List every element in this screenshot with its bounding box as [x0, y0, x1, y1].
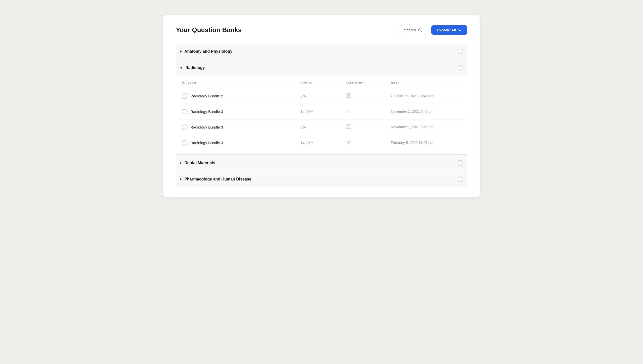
- section-title-pharmacology: Pharmacology and Human Disease: [184, 177, 251, 181]
- chevron-right-icon-pharmacology: [180, 178, 182, 181]
- section-title-row-pharmacology: Pharmacology and Human Disease: [180, 177, 251, 181]
- row-radio-3[interactable]: [182, 125, 187, 130]
- stats-2: [346, 108, 391, 115]
- search-label: Search: [404, 28, 416, 32]
- stats-icon-4: [346, 140, 351, 145]
- quiz-name-3: Radiology Bundle 3: [190, 125, 223, 129]
- table-row[interactable]: Radiology Bundle 3 0% November 1, 2021 8…: [178, 119, 465, 135]
- section-header-anatomy[interactable]: Anatomy and Physiology: [176, 44, 467, 59]
- chevron-down-icon-radiology: [180, 67, 183, 69]
- section-title-anatomy: Anatomy and Physiology: [184, 49, 232, 54]
- table-header: QUIZZES SCORE STATISTICS DATE: [178, 79, 465, 88]
- card-header: Your Question Banks Search Expand All: [176, 25, 467, 35]
- quiz-name-1: Radiology Bundle 2: [190, 94, 223, 98]
- question-banks-card: Your Question Banks Search Expand All: [163, 15, 480, 197]
- radiology-content: QUIZZES SCORE STATISTICS DATE Radiology …: [176, 79, 467, 154]
- quiz-name-4: Radiology Bundle 3: [190, 141, 223, 145]
- stats-3: [346, 124, 391, 130]
- search-icon: [418, 28, 422, 32]
- expand-all-label: Expand All: [437, 28, 456, 32]
- page-title: Your Question Banks: [176, 26, 242, 34]
- section-title-row-dental: Dental Materials: [180, 161, 215, 165]
- chevron-right-icon-dental: [180, 161, 182, 164]
- section-anatomy: Anatomy and Physiology: [176, 43, 467, 59]
- stats-icon-3: [346, 124, 351, 129]
- table-row[interactable]: Radiology Bundle 2 0% October 29, 2021 1…: [178, 88, 465, 104]
- quiz-name-cell-4: Radiology Bundle 3: [182, 140, 300, 146]
- row-radio-4[interactable]: [182, 140, 187, 146]
- section-title-row-anatomy: Anatomy and Physiology: [180, 49, 232, 54]
- row-radio-1[interactable]: [182, 93, 187, 99]
- section-radio-dental[interactable]: [458, 160, 463, 166]
- table-row[interactable]: Radiology Bundle 3 14.29% November 1, 20…: [178, 104, 465, 119]
- col-statistics: STATISTICS: [346, 82, 391, 85]
- col-score: SCORE: [300, 82, 346, 85]
- chevron-right-icon-anatomy: [180, 50, 182, 53]
- section-dental: Dental Materials: [176, 154, 467, 171]
- svg-line-1: [421, 31, 422, 32]
- quiz-name-cell-3: Radiology Bundle 3: [182, 125, 300, 130]
- row-radio-2[interactable]: [182, 109, 187, 114]
- chevron-down-icon: [458, 28, 462, 32]
- date-3: November 1, 2021 8:45 pm: [391, 125, 461, 130]
- header-actions: Search Expand All: [399, 25, 467, 35]
- score-4: 14.29%: [300, 141, 346, 145]
- quiz-name-cell-2: Radiology Bundle 3: [182, 109, 300, 114]
- date-4: February 5, 2022 11:03 pm: [391, 140, 461, 145]
- score-2: 14.29%: [300, 109, 346, 114]
- section-radio-anatomy[interactable]: [458, 49, 463, 54]
- section-header-dental[interactable]: Dental Materials: [176, 155, 467, 171]
- section-pharmacology: Pharmacology and Human Disease: [176, 171, 467, 187]
- expand-all-button[interactable]: Expand All: [431, 25, 467, 35]
- score-1: 0%: [300, 94, 346, 98]
- stats-icon-1: [346, 93, 351, 98]
- stats-icon-2: [346, 108, 351, 113]
- stats-1: [346, 93, 391, 99]
- col-date: DATE: [391, 82, 461, 85]
- quiz-name-2: Radiology Bundle 3: [190, 109, 223, 114]
- section-radio-pharmacology[interactable]: [458, 176, 463, 182]
- section-radio-radiology[interactable]: [458, 65, 463, 71]
- score-3: 0%: [300, 125, 346, 129]
- section-title-dental: Dental Materials: [184, 161, 215, 165]
- col-quizzes: QUIZZES: [182, 82, 300, 85]
- date-1: October 29, 2021 10:49 pm: [391, 93, 461, 99]
- date-2: November 1, 2021 8:43 pm: [391, 109, 461, 114]
- section-title-radiology: Radiology: [185, 66, 205, 70]
- section-header-pharmacology[interactable]: Pharmacology and Human Disease: [176, 171, 467, 187]
- table-row[interactable]: Radiology Bundle 3 14.29% February 5, 20…: [178, 135, 465, 150]
- search-button[interactable]: Search: [399, 25, 427, 35]
- quiz-name-cell-1: Radiology Bundle 2: [182, 93, 300, 99]
- section-header-radiology[interactable]: Radiology: [176, 60, 467, 76]
- stats-4: [346, 140, 391, 146]
- section-title-row-radiology: Radiology: [180, 66, 205, 70]
- section-radiology: Radiology QUIZZES SCORE STATISTICS DATE …: [176, 59, 467, 154]
